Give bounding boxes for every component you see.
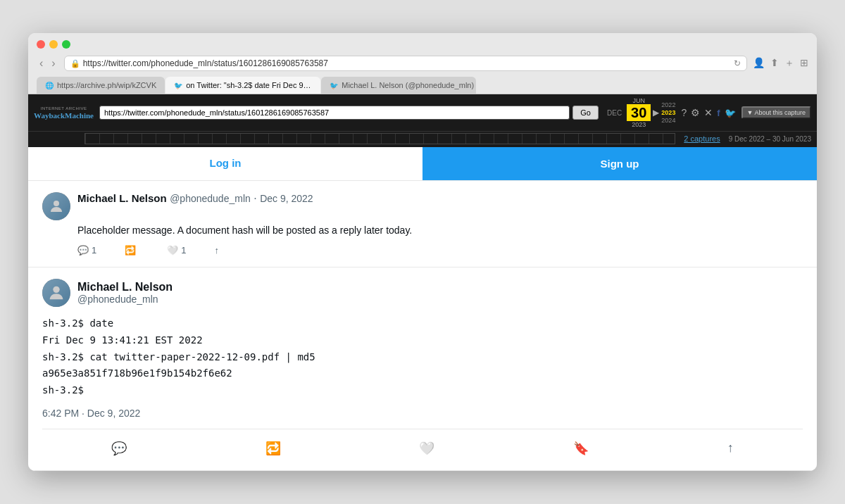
reply-avatar <box>42 192 70 220</box>
tab-favicon-1: 🌐 <box>45 82 54 89</box>
cal-year-prev: 2022 <box>661 101 675 108</box>
new-tab-icon[interactable]: ＋ <box>784 57 794 70</box>
browser-tabs: 🌐 https://archive.ph/wip/kZCVK 🐦 on Twit… <box>37 77 808 94</box>
wayback-calendar: DEC JUN 30 2023 ▶ 2022 2023 2024 <box>604 97 675 128</box>
wayback-bar: INTERNET ARCHIVE WaybackMachine Go DEC J… <box>28 94 817 132</box>
address-input[interactable] <box>83 58 731 68</box>
browser-toolbar: ‹ › 🔒 ↻ 👤 ⬆ ＋ ⊞ <box>37 56 808 71</box>
nav-buttons: ‹ › <box>37 56 58 71</box>
cal-year-next: 2024 <box>661 117 675 124</box>
grid-icon[interactable]: ⊞ <box>800 57 808 70</box>
browser-window: ‹ › 🔒 ↻ 👤 ⬆ ＋ ⊞ 🌐 https://archive.ph/wip… <box>28 33 817 471</box>
tab-favicon-2: 🐦 <box>174 82 182 89</box>
tab-label-2: on Twitter: "sh-3.2$ date Fri Dec 9 13:4… <box>186 81 312 89</box>
captures-date-range: 9 Dec 2022 – 30 Jun 2023 <box>729 135 811 143</box>
reply-tweet-header: Michael L. Nelson @phonedude_mln · Dec 9… <box>42 192 803 220</box>
svg-point-0 <box>54 201 59 206</box>
reply-tweet-meta: Michael L. Nelson @phonedude_mln · Dec 9… <box>77 192 803 205</box>
captures-link[interactable]: 2 captures <box>684 134 720 143</box>
share-action[interactable]: ↑ <box>214 245 219 256</box>
main-bookmark-action[interactable]: 🔖 <box>568 438 594 459</box>
reload-icon[interactable]: ↻ <box>734 58 741 68</box>
share-icon[interactable]: ⬆ <box>770 57 779 70</box>
main-tweet-header: Michael L. Nelson @phonedude_mln <box>42 279 803 307</box>
main-retweet-action[interactable]: 🔁 <box>260 438 287 459</box>
close-button[interactable] <box>37 40 45 49</box>
reply-tweet: Michael L. Nelson @phonedude_mln · Dec 9… <box>28 181 817 267</box>
code-line-4: a965e3a851f718b96e1f9b154b2f6e62 <box>42 365 803 382</box>
main-tweet-actions: 💬 🔁 🤍 🔖 ↑ <box>42 429 803 459</box>
wayback-twitter-icon[interactable]: 🐦 <box>725 108 736 118</box>
main-tweet-author-name: Michael L. Nelson <box>77 281 803 294</box>
wayback-url-bar: Go <box>99 106 599 120</box>
main-tweet: Michael L. Nelson @phonedude_mln sh-3.2$… <box>28 267 817 471</box>
twitter-content: Log in Sign up Michael L. Nelson @phoned… <box>28 147 817 471</box>
reply-tweet-body: Placeholder message. A document hash wil… <box>77 223 803 238</box>
wayback-logo: INTERNET ARCHIVE WaybackMachine <box>34 106 94 120</box>
sparkline <box>84 133 675 144</box>
reply-tweet-actions: 💬 1 🔁 🤍 1 ↑ <box>77 245 803 256</box>
wayback-help-icon[interactable]: ? <box>681 107 687 118</box>
lock-icon: 🔒 <box>70 59 80 68</box>
title-bar: ‹ › 🔒 ↻ 👤 ⬆ ＋ ⊞ 🌐 https://archive.ph/wip… <box>28 33 817 94</box>
cal-day: 30 <box>627 104 651 121</box>
main-tweet-timestamp: 6:42 PM · Dec 9, 2022 <box>42 408 803 419</box>
account-icon[interactable]: 👤 <box>753 57 765 70</box>
cal-play-icon[interactable]: ▶ <box>653 108 659 118</box>
wayback-url-input[interactable] <box>99 106 570 120</box>
main-tweet-author-block: Michael L. Nelson @phonedude_mln <box>77 281 803 305</box>
retweet-icon: 🔁 <box>125 245 136 256</box>
share-icon: ↑ <box>214 245 219 256</box>
tab-label-3: Michael L. Nelson (@phonedude_mln) / Twi… <box>342 81 476 89</box>
traffic-lights <box>37 40 808 49</box>
about-capture-button[interactable]: ▼ About this capture <box>741 106 811 119</box>
wayback-right-icons: ? ⚙ ✕ f 🐦 <box>681 107 735 118</box>
wayback-go-button[interactable]: Go <box>572 106 599 120</box>
cal-year-label: 2023 <box>632 121 646 128</box>
login-signup-bar: Log in Sign up <box>28 147 817 181</box>
main-reply-action[interactable]: 💬 <box>106 438 132 459</box>
main-like-action[interactable]: 🤍 <box>413 438 440 459</box>
code-line-5: sh-3.2$ <box>42 382 803 399</box>
tab-favicon-3: 🐦 <box>330 82 338 89</box>
like-count: 1 <box>181 245 186 256</box>
toolbar-icons: 👤 ⬆ ＋ ⊞ <box>753 57 808 70</box>
forward-button[interactable]: › <box>49 56 58 71</box>
svg-point-1 <box>53 286 59 293</box>
wayback-settings-icon[interactable]: ⚙ <box>691 107 700 118</box>
code-line-1: sh-3.2$ date <box>42 315 803 332</box>
like-icon: 🤍 <box>167 245 178 256</box>
maximize-button[interactable] <box>62 40 70 49</box>
address-bar-container: 🔒 ↻ <box>64 56 747 71</box>
login-button[interactable]: Log in <box>28 147 423 180</box>
main-tweet-author-handle: @phonedude_mln <box>77 294 803 305</box>
wayback-close-icon[interactable]: ✕ <box>704 107 713 118</box>
tab-archive-ph[interactable]: 🌐 https://archive.ph/wip/kZCVK <box>37 77 165 94</box>
reply-author-handle: @phonedude_mln <box>170 193 251 204</box>
cal-prev-month-label: DEC <box>604 108 625 118</box>
tab-label-1: https://archive.ph/wip/kZCVK <box>57 81 156 89</box>
main-tweet-code: sh-3.2$ date Fri Dec 9 13:41:21 EST 2022… <box>42 315 803 399</box>
reply-tweet-time: Dec 9, 2022 <box>260 193 313 204</box>
reply-action[interactable]: 💬 1 <box>77 245 96 256</box>
back-button[interactable]: ‹ <box>37 56 46 71</box>
wayback-machine-text: WaybackMachine <box>34 111 94 120</box>
capture-info: 2 captures 9 Dec 2022 – 30 Jun 2023 <box>28 132 817 147</box>
cal-year-curr: 2023 <box>661 109 675 116</box>
cal-month-name: JUN <box>632 97 645 104</box>
main-share-action[interactable]: ↑ <box>722 438 739 459</box>
reply-icon: 💬 <box>77 245 89 256</box>
minimize-button[interactable] <box>49 40 58 49</box>
wayback-facebook-icon[interactable]: f <box>717 108 720 118</box>
tab-twitter-active[interactable]: 🐦 on Twitter: "sh-3.2$ date Fri Dec 9 13… <box>165 77 320 94</box>
reply-author-name: Michael L. Nelson <box>77 192 167 204</box>
main-avatar <box>42 279 70 307</box>
signup-button[interactable]: Sign up <box>423 147 817 180</box>
code-line-3: sh-3.2$ cat twitter-paper-2022-12-09.pdf… <box>42 349 803 366</box>
code-line-2: Fri Dec 9 13:41:21 EST 2022 <box>42 332 803 349</box>
tab-twitter-profile[interactable]: 🐦 Michael L. Nelson (@phonedude_mln) / T… <box>321 77 476 94</box>
like-action[interactable]: 🤍 1 <box>167 245 186 256</box>
internet-archive-text: INTERNET ARCHIVE <box>41 106 87 111</box>
retweet-action[interactable]: 🔁 <box>125 245 139 256</box>
reply-count: 1 <box>92 245 96 256</box>
